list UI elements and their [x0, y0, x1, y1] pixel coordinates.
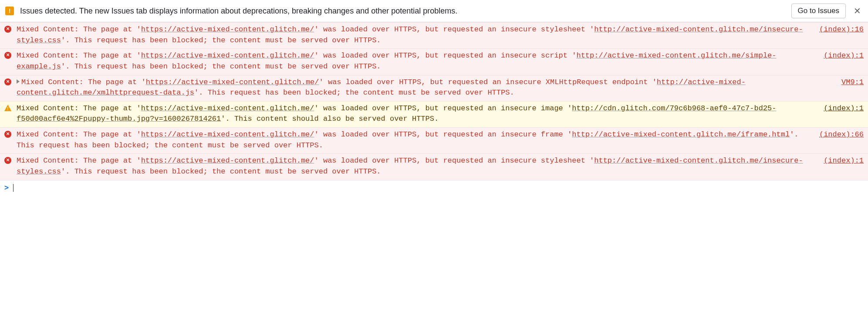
message-mid: ' was loaded over HTTPS, but requested a… [314, 51, 577, 60]
console-prompt[interactable]: > [0, 180, 868, 194]
error-icon [4, 131, 11, 138]
message-prefix: Mixed Content: The page at ' [17, 130, 141, 139]
message-text: Mixed Content: The page at 'https://acti… [16, 103, 812, 125]
page-url-link[interactable]: https://active-mixed-content.glitch.me/ [141, 104, 314, 112]
message-prefix: Mixed Content: The page at ' [17, 25, 141, 34]
source-link[interactable]: VM9:1 [834, 77, 864, 88]
page-url-link[interactable]: https://active-mixed-content.glitch.me/ [141, 130, 314, 139]
resource-url-link[interactable]: http://active-mixed-content.glitch.me/if… [572, 130, 790, 139]
message-text: Mixed Content: The page at 'https://acti… [16, 24, 808, 46]
message-suffix: '. This request has been blocked; the co… [61, 167, 381, 176]
message-mid: ' was loaded over HTTPS, but requested a… [314, 25, 594, 34]
message-mid: ' was loaded over HTTPS, but requested a… [319, 78, 657, 86]
message-mid: ' was loaded over HTTPS, but requested a… [314, 104, 572, 112]
message-mid: ' was loaded over HTTPS, but requested a… [314, 130, 572, 139]
source-link[interactable]: (index):1 [817, 156, 864, 167]
expand-triangle-icon[interactable] [17, 79, 20, 84]
source-link[interactable]: (index):1 [817, 103, 864, 114]
message-text: Mixed Content: The page at 'https://acti… [16, 51, 812, 72]
source-link[interactable]: (index):16 [812, 24, 864, 35]
close-icon[interactable]: ✕ [852, 6, 863, 16]
source-link[interactable]: (index):66 [812, 129, 864, 140]
console-input[interactable] [13, 183, 864, 192]
console-message[interactable]: Mixed Content: The page at 'https://acti… [0, 22, 868, 48]
issues-infobar-text: Issues detected. The new Issues tab disp… [20, 7, 785, 16]
go-to-issues-button[interactable]: Go to Issues [791, 3, 846, 18]
console-message[interactable]: Mixed Content: The page at 'https://acti… [0, 75, 868, 101]
warning-icon [4, 105, 11, 111]
message-suffix: '. This request has been blocked; the co… [194, 88, 514, 97]
page-url-link[interactable]: https://active-mixed-content.glitch.me/ [146, 78, 319, 86]
page-url-link[interactable]: https://active-mixed-content.glitch.me/ [141, 156, 314, 165]
console-message[interactable]: Mixed Content: The page at 'https://acti… [0, 153, 868, 180]
error-icon [4, 157, 11, 164]
page-url-link[interactable]: https://active-mixed-content.glitch.me/ [141, 25, 314, 34]
console-message[interactable]: Mixed Content: The page at 'https://acti… [0, 48, 868, 75]
message-text: Mixed Content: The page at 'https://acti… [16, 129, 808, 151]
message-prefix: Mixed Content: The page at ' [17, 51, 141, 60]
message-text: Mixed Content: The page at 'https://acti… [16, 156, 812, 177]
console-message[interactable]: Mixed Content: The page at 'https://acti… [0, 127, 868, 153]
warning-badge-icon [5, 7, 14, 15]
message-suffix: '. This request has been blocked; the co… [61, 62, 381, 71]
error-icon [4, 26, 11, 33]
message-text: Mixed Content: The page at 'https://acti… [16, 77, 830, 99]
message-prefix: Mixed Content: The page at ' [17, 104, 141, 112]
message-suffix: '. This request has been blocked; the co… [61, 36, 381, 44]
source-link[interactable]: (index):1 [817, 51, 864, 61]
prompt-caret-icon: > [4, 183, 9, 192]
console-message[interactable]: Mixed Content: The page at 'https://acti… [0, 101, 868, 127]
message-suffix: '. This content should also be served ov… [221, 115, 439, 123]
console-messages: Mixed Content: The page at 'https://acti… [0, 22, 868, 180]
message-prefix: Mixed Content: The page at ' [17, 156, 141, 165]
issues-infobar: Issues detected. The new Issues tab disp… [0, 0, 868, 22]
message-prefix: Mixed Content: The page at ' [21, 78, 146, 86]
message-mid: ' was loaded over HTTPS, but requested a… [314, 156, 594, 165]
error-icon [4, 52, 11, 59]
error-icon [4, 78, 11, 85]
page-url-link[interactable]: https://active-mixed-content.glitch.me/ [141, 51, 314, 60]
